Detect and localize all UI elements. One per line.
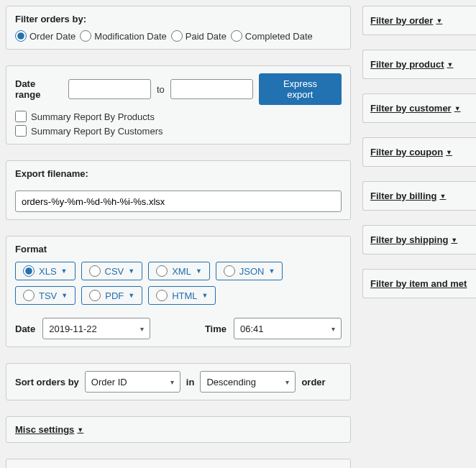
triangle-down-icon: ▼	[454, 105, 461, 112]
format-option-xml[interactable]: XML▼	[148, 262, 210, 280]
format-option-label: PDF	[105, 290, 124, 301]
summary-products-label: Summary Report By Products	[31, 111, 155, 122]
format-option-label: XLS	[39, 266, 57, 277]
triangle-down-icon: ▼	[451, 237, 457, 244]
triangle-down-icon: ▼	[268, 267, 275, 275]
filter-radio-label: Completed Date	[245, 31, 313, 42]
side-filter-label: Filter by product	[370, 59, 444, 70]
side-filter-toggle[interactable]: Filter by customer▼	[370, 103, 461, 114]
chevron-down-icon: ▾	[331, 325, 335, 333]
side-filter-label: Filter by customer	[370, 103, 452, 114]
side-filter-toggle[interactable]: Filter by order▼	[370, 15, 442, 26]
format-radio-input[interactable]	[89, 265, 101, 277]
filter-radio-paid-date[interactable]: Paid Date	[171, 30, 226, 42]
side-filter-toggle[interactable]: Filter by product▼	[370, 59, 453, 70]
side-filter-1: Filter by product▼	[362, 50, 476, 79]
triangle-down-icon: ▼	[202, 292, 209, 299]
filter-radio-label: Order Date	[29, 31, 75, 42]
sort-box: Sort orders by Order ID ▾ in Descending …	[6, 363, 351, 400]
triangle-down-icon: ▼	[128, 292, 134, 299]
side-filter-6: Filter by item and met	[362, 269, 476, 298]
express-export-button[interactable]: Express export	[259, 73, 342, 105]
summary-customers-checkbox[interactable]	[15, 125, 27, 137]
side-filter-toggle[interactable]: Filter by shipping▼	[370, 234, 457, 245]
filter-orders-radios: Order DateModification DatePaid DateComp…	[15, 30, 342, 42]
triangle-down-icon: ▼	[61, 267, 68, 275]
format-option-label: CSV	[105, 266, 124, 277]
date-select[interactable]: 2019-11-22 ▾	[42, 318, 150, 339]
format-option-label: JSON	[239, 266, 265, 277]
summary-customers-row[interactable]: Summary Report By Customers	[15, 125, 342, 137]
format-option-label: TSV	[39, 290, 57, 301]
side-filter-3: Filter by coupon▼	[362, 137, 476, 167]
format-radio-input[interactable]	[23, 265, 35, 277]
summary-products-checkbox[interactable]	[15, 111, 27, 122]
date-range-box: Date range to Express export Summary Rep…	[6, 65, 351, 144]
filter-radio-order-date[interactable]: Order Date	[15, 30, 75, 42]
filter-radio-input[interactable]	[231, 30, 242, 42]
date-value: 2019-11-22	[49, 324, 97, 334]
misc-settings-label: Misc settings	[15, 424, 74, 435]
export-filename-input[interactable]	[15, 191, 342, 212]
triangle-down-icon: ▼	[196, 267, 202, 275]
setup-fields-box: Set up fields to export ▼	[6, 459, 351, 468]
format-option-csv[interactable]: CSV▼	[81, 262, 143, 280]
format-option-xls[interactable]: XLS▼	[15, 262, 75, 280]
sort-direction-select[interactable]: Descending ▾	[200, 371, 296, 393]
filter-radio-input[interactable]	[171, 30, 183, 42]
side-filter-toggle[interactable]: Filter by billing▼	[370, 191, 446, 201]
filter-radio-modification-date[interactable]: Modification Date	[80, 30, 166, 42]
side-filter-label: Filter by order	[370, 15, 433, 26]
format-box: Format XLS▼CSV▼XML▼JSON▼TSV▼PDF▼HTML▼ Da…	[6, 236, 351, 347]
side-filter-label: Filter by shipping	[370, 234, 448, 245]
date-range-label: Date range	[15, 78, 63, 100]
side-filter-toggle[interactable]: Filter by coupon▼	[370, 147, 452, 157]
filter-radio-input[interactable]	[80, 30, 91, 42]
chevron-down-icon: ▾	[140, 325, 144, 333]
filter-radio-label: Modification Date	[94, 31, 166, 42]
format-option-label: XML	[172, 266, 191, 277]
format-options: XLS▼CSV▼XML▼JSON▼TSV▼PDF▼HTML▼	[15, 262, 342, 305]
triangle-down-icon: ▼	[447, 61, 454, 68]
triangle-down-icon: ▼	[128, 267, 134, 275]
format-option-tsv[interactable]: TSV▼	[15, 286, 75, 305]
side-filter-toggle[interactable]: Filter by item and met	[370, 278, 467, 289]
filter-radio-completed-date[interactable]: Completed Date	[231, 30, 313, 42]
side-filter-label: Filter by billing	[370, 191, 436, 201]
side-filter-label: Filter by item and met	[370, 278, 467, 289]
format-radio-input[interactable]	[89, 290, 101, 301]
summary-products-row[interactable]: Summary Report By Products	[15, 111, 342, 122]
summary-customers-label: Summary Report By Customers	[31, 126, 163, 137]
misc-settings-toggle[interactable]: Misc settings ▼	[15, 424, 83, 435]
filter-radio-label: Paid Date	[186, 31, 226, 42]
sort-field-select[interactable]: Order ID ▾	[85, 371, 180, 393]
date-to-input[interactable]	[170, 79, 253, 99]
side-filter-2: Filter by customer▼	[362, 93, 476, 123]
chevron-down-icon: ▾	[170, 378, 174, 386]
filter-radio-input[interactable]	[15, 30, 27, 42]
time-value: 06:41	[240, 324, 264, 334]
format-radio-input[interactable]	[23, 290, 35, 301]
format-option-html[interactable]: HTML▼	[148, 286, 216, 305]
side-filter-0: Filter by order▼	[362, 6, 476, 35]
triangle-down-icon: ▼	[446, 149, 452, 156]
triangle-down-icon: ▼	[61, 292, 68, 299]
date-from-input[interactable]	[68, 79, 151, 99]
format-radio-input[interactable]	[224, 265, 235, 277]
format-option-json[interactable]: JSON▼	[216, 262, 283, 280]
side-filter-4: Filter by billing▼	[362, 181, 476, 211]
side-filter-5: Filter by shipping▼	[362, 225, 476, 254]
format-label: Format	[15, 244, 342, 254]
format-radio-input[interactable]	[156, 265, 168, 277]
export-filename-box: Export filename:	[6, 160, 351, 220]
format-option-pdf[interactable]: PDF▼	[81, 286, 142, 305]
filter-orders-heading: Filter orders by:	[15, 14, 342, 24]
sort-order-label: order	[301, 377, 325, 387]
chevron-down-icon: ▾	[285, 378, 289, 386]
format-radio-input[interactable]	[156, 290, 168, 301]
date-range-to-label: to	[157, 84, 165, 95]
time-select[interactable]: 06:41 ▾	[234, 318, 342, 339]
side-filter-label: Filter by coupon	[370, 147, 443, 157]
sort-in-label: in	[186, 377, 195, 387]
export-filename-label: Export filename:	[15, 168, 342, 179]
